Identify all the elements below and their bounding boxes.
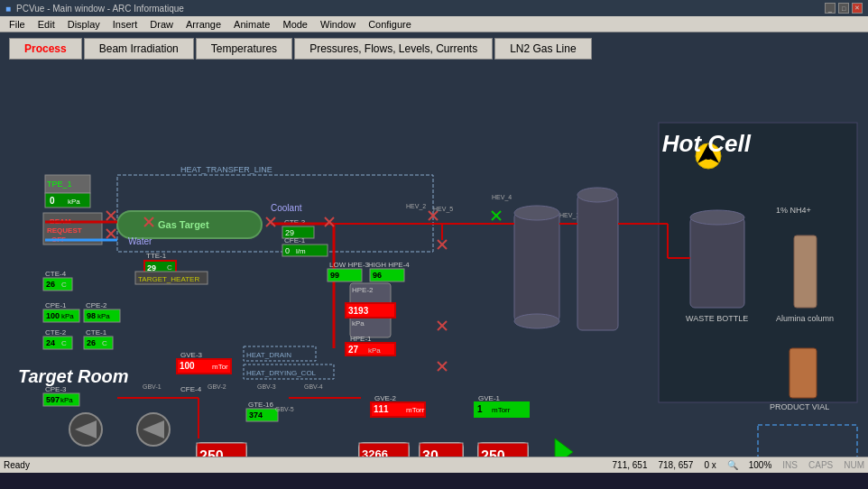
menu-file[interactable]: File	[4, 19, 31, 30]
minimize-button[interactable]: _	[825, 3, 836, 14]
gve3-value: 100	[180, 361, 195, 371]
svg-rect-48	[690, 217, 744, 308]
ammonium-label: 1% NH4+	[776, 206, 811, 215]
tpe1-label: TPE_1	[47, 180, 72, 189]
gas-target-label: Gas Target	[158, 219, 209, 230]
menu-bar: File Edit Display Insert Draw Arrange An…	[0, 16, 868, 32]
cpe2-value: 98	[87, 311, 96, 320]
cfe4-label: CFE-4	[180, 385, 202, 393]
hpe1-label: HPE-1	[350, 335, 372, 343]
waste-bottle-label: WASTE BOTTLE	[686, 314, 748, 323]
gve2-label: GVE-2	[374, 394, 397, 402]
gve1-unit: mTorr	[492, 406, 511, 414]
tte1-label: TTE-1	[146, 252, 167, 260]
tab-navigation: Process Beam Irradiation Temperatures Pr…	[9, 38, 859, 60]
hpe1-unit: kPa	[368, 346, 381, 355]
title-bar: ■ PCVue - Main window - ARC Informatique…	[0, 0, 868, 16]
gve2-unit: mTorr	[406, 406, 425, 414]
menu-display[interactable]: Display	[62, 19, 106, 30]
main-area: Process Beam Irradiation Temperatures Pr…	[0, 32, 868, 473]
cpe3-unit: kPa	[60, 396, 73, 404]
tab-process[interactable]: Process	[9, 38, 82, 60]
menu-arrange[interactable]: Arrange	[180, 19, 226, 30]
window-controls[interactable]: _ □ ✕	[825, 3, 863, 14]
tpe1-unit: kPa	[68, 198, 80, 206]
cpe2-label: CPE-2	[86, 301, 107, 309]
cpe2-unit: kPa	[97, 312, 110, 320]
status-ready: Ready	[4, 460, 30, 470]
water-label: Water	[128, 236, 152, 246]
svg-point-79	[514, 314, 559, 328]
hpe1-value: 27	[348, 345, 359, 355]
high-hpe4-label: HIGH HPE-4	[368, 261, 410, 269]
menu-edit[interactable]: Edit	[32, 19, 60, 30]
svg-rect-77	[514, 213, 559, 321]
status-bar: Ready 711, 651 718, 657 0 x 🔍 100% INS C…	[0, 457, 868, 473]
svg-rect-50	[794, 235, 817, 308]
tpe1-value: 0	[50, 196, 55, 206]
cfe1-label: CFE-1	[284, 236, 306, 244]
zoom-level: 100%	[749, 460, 772, 470]
cte2-unit: C	[61, 339, 67, 347]
cte1-label: CTE-1	[86, 328, 107, 337]
gve1-value: 1	[477, 404, 483, 414]
hev1-label: HEV_1	[559, 212, 579, 219]
gbv3-label: GBV-3	[257, 383, 276, 390]
gve2-value: 111	[374, 404, 389, 414]
gbv1-label: GBV-1	[143, 383, 162, 390]
cte1-value: 26	[87, 338, 96, 347]
cte4-unit: C	[61, 281, 67, 289]
tte1-unit: C	[167, 263, 172, 272]
menu-animate[interactable]: Animate	[228, 19, 275, 30]
cte2-value: 24	[46, 338, 55, 347]
cte4-label: CTE-4	[45, 270, 67, 278]
menu-insert[interactable]: Insert	[107, 19, 143, 30]
gve3-label: GVE-3	[180, 351, 203, 359]
cpe3-value: 597	[46, 395, 60, 404]
gbv4-label: GBV-4	[304, 383, 323, 390]
ins-indicator: INS	[782, 460, 798, 470]
tab-beam-irradiation[interactable]: Beam Irradiation	[84, 38, 194, 60]
alumina-column-label: Alumina column	[776, 314, 834, 323]
hpe2-label: HPE-2	[352, 286, 374, 294]
cfe1-value: 0	[285, 246, 290, 255]
window-icon: ■	[5, 4, 11, 14]
tab-ln2[interactable]: LN2 Gas Line	[494, 38, 591, 60]
target-heater-label: TARGET_HEATER	[138, 275, 199, 283]
cpe1-unit: kPa	[61, 312, 74, 320]
window-title: PCVue - Main window - ARC Informatique	[16, 4, 184, 14]
menu-mode[interactable]: Mode	[277, 19, 313, 30]
maximize-button[interactable]: □	[838, 3, 849, 14]
caps-indicator: CAPS	[808, 460, 833, 470]
cpe1-label: CPE-1	[45, 301, 67, 309]
gbv2-label: GBV-2	[208, 383, 226, 390]
tab-temperatures[interactable]: Temperatures	[196, 38, 292, 60]
product-vial-label: PRODUCT VIAL	[770, 402, 829, 411]
svg-rect-1	[659, 123, 857, 402]
menu-draw[interactable]: Draw	[144, 19, 179, 30]
cte1-unit: C	[102, 339, 107, 347]
coords1: 711, 651	[613, 460, 648, 470]
menu-window[interactable]: Window	[315, 19, 361, 30]
hpe2-unit: kPa	[352, 319, 365, 328]
close-button[interactable]: ✕	[852, 3, 863, 14]
svg-point-49	[690, 210, 744, 225]
menu-configure[interactable]: Configure	[363, 19, 417, 30]
svg-point-81	[577, 188, 617, 202]
svg-rect-51	[790, 348, 817, 398]
heat-drying-label: HEAT_DRYING_COL	[246, 369, 317, 377]
gve3-unit: mTor	[212, 363, 228, 371]
coolant-label: Coolant	[271, 203, 302, 213]
svg-point-78	[514, 206, 559, 220]
hev2-label: HEV_2	[406, 203, 426, 210]
cte2-label: CTE-2	[45, 328, 67, 337]
cpe1-value: 100	[46, 311, 60, 320]
heat-drain-label: HEAT_DRAIN	[246, 351, 291, 359]
svg-rect-80	[577, 195, 618, 330]
cte4-value: 26	[46, 280, 55, 289]
high-hpe4-value: 96	[373, 271, 382, 280]
num-indicator: NUM	[844, 460, 864, 470]
tab-pressures[interactable]: Pressures, Flows, Levels, Currents	[294, 38, 493, 60]
gve1-label: GVE-1	[478, 394, 501, 402]
coords3: 0 x	[704, 460, 716, 470]
